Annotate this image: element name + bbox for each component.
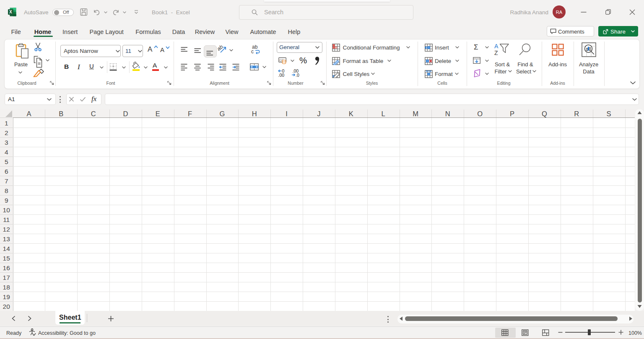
svg-text:.00: .00 (278, 72, 285, 77)
svg-text:X: X (9, 10, 12, 14)
svg-text:Z: Z (494, 50, 498, 56)
svg-text:A: A (494, 43, 499, 50)
svg-text:.0: .0 (296, 72, 299, 77)
